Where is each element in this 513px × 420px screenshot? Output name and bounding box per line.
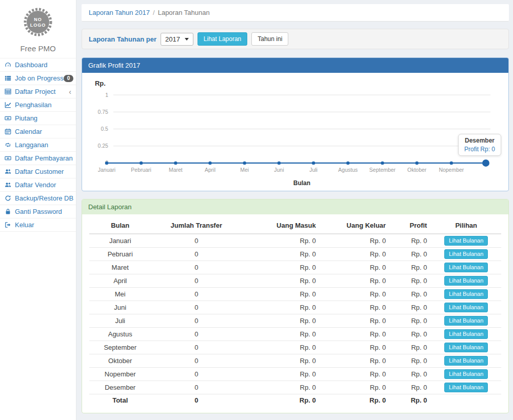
cell-profit: Rp. 0 (390, 368, 431, 381)
lihat-bulanan-button[interactable]: Lihat Bulanan (444, 343, 488, 352)
lihat-bulanan-button[interactable]: Lihat Bulanan (444, 236, 488, 246)
total-label: Total (89, 394, 151, 407)
lihat-bulanan-button[interactable]: Lihat Bulanan (444, 289, 488, 299)
table-row: Desember0Rp. 0Rp. 0Rp. 0Lihat Bulanan (89, 381, 501, 394)
sidebar-item-daftar-project[interactable]: Daftar Project‹ (0, 85, 76, 98)
sidebar-item-backup-restore-db[interactable]: Backup/Restore DB (0, 192, 76, 205)
table-row: Oktober0Rp. 0Rp. 0Rp. 0Lihat Bulanan (89, 354, 501, 368)
year-select-value: 2017 (165, 35, 180, 43)
sidebar-item-piutang[interactable]: Piutang (0, 112, 76, 125)
cell-bulan: Pebruari (89, 248, 151, 261)
sidebar-item-langganan[interactable]: Langganan (0, 138, 76, 152)
cell-pilihan: Lihat Bulanan (431, 274, 501, 288)
cell-jumlah-transfer: 0 (151, 274, 242, 288)
cell-bulan: Mei (89, 288, 151, 301)
cell-bulan: Nopember (89, 368, 151, 381)
cell-profit: Rp. 0 (390, 248, 431, 261)
tahun-ini-button[interactable]: Tahun ini (251, 32, 288, 46)
sidebar-item-penghasilan[interactable]: Penghasilan (0, 98, 76, 112)
cell-uang-masuk: Rp. 0 (242, 274, 320, 288)
cell-pilihan: Lihat Bulanan (431, 354, 501, 368)
cell-profit: Rp. 0 (390, 328, 431, 341)
report-filter-bar: Laporan Tahunan per 2017 Lihat Laporan T… (82, 29, 509, 49)
lihat-bulanan-button[interactable]: Lihat Bulanan (444, 356, 488, 366)
sidebar-item-job-on-progress[interactable]: Job on Progress0 (0, 72, 76, 85)
lihat-bulanan-button[interactable]: Lihat Bulanan (444, 276, 488, 286)
dashboard-icon (5, 62, 12, 69)
column-header-uang-keluar: Uang Keluar (320, 217, 390, 234)
users-icon (5, 182, 12, 189)
table-header-row: BulanJumlah TransferUang MasukUang Kelua… (89, 217, 501, 234)
sidebar-item-dashboard[interactable]: Dashboard (0, 58, 76, 72)
table-row: September0Rp. 0Rp. 0Rp. 0Lihat Bulanan (89, 341, 501, 354)
cell-jumlah-transfer: 0 (151, 368, 242, 381)
cell-jumlah-transfer: 0 (151, 301, 242, 314)
sidebar-item-daftar-customer[interactable]: Daftar Customer (0, 165, 76, 178)
app-root: NO LOGO Free PMO DashboardJob on Progres… (0, 0, 513, 420)
cell-jumlah-transfer: 0 (151, 314, 242, 328)
total-uang-masuk: Rp. 0 (242, 394, 320, 407)
sidebar-item-daftar-vendor[interactable]: Daftar Vendor (0, 178, 76, 192)
total-profit: Rp. 0 (390, 394, 431, 407)
sidebar-item-daftar-pembayaran[interactable]: Daftar Pembayaran (0, 152, 76, 165)
refresh-icon (5, 195, 12, 202)
cell-uang-keluar: Rp. 0 (320, 368, 390, 381)
cell-profit: Rp. 0 (390, 288, 431, 301)
sidebar-item-label: Penghasilan (15, 101, 52, 109)
table-row: Agustus0Rp. 0Rp. 0Rp. 0Lihat Bulanan (89, 328, 501, 341)
year-select[interactable]: 2017 (161, 33, 193, 46)
money-icon (5, 115, 12, 122)
profit-line-chart: Rp.00.250.50.751JanuariPebruariMaretApri… (90, 77, 501, 189)
sidebar-item-ganti-password[interactable]: Ganti Password (0, 205, 76, 218)
main-content: Laporan Tahun 2017/Laporan Tahunan Lapor… (76, 0, 513, 420)
cell-uang-masuk: Rp. 0 (242, 368, 320, 381)
lihat-bulanan-button[interactable]: Lihat Bulanan (444, 303, 488, 312)
lihat-bulanan-button[interactable]: Lihat Bulanan (444, 263, 488, 272)
cell-uang-masuk: Rp. 0 (242, 261, 320, 274)
cell-profit: Rp. 0 (390, 234, 431, 248)
breadcrumb-link-laporan-tahun[interactable]: Laporan Tahun 2017 (89, 9, 150, 16)
svg-text:Bulan: Bulan (293, 179, 310, 187)
chart-tooltip: Desember Profit Rp: 0 (458, 134, 501, 156)
column-header-pilihan: Pilihan (431, 217, 501, 234)
svg-text:Juni: Juni (274, 167, 284, 173)
cell-uang-masuk: Rp. 0 (242, 314, 320, 328)
table-row: Pebruari0Rp. 0Rp. 0Rp. 0Lihat Bulanan (89, 248, 501, 261)
lihat-bulanan-button[interactable]: Lihat Bulanan (444, 329, 488, 339)
tooltip-value: Profit Rp: 0 (464, 146, 495, 153)
cell-bulan: Juni (89, 301, 151, 314)
app-name: Free PMO (0, 44, 76, 53)
sidebar-item-label: Daftar Customer (15, 168, 64, 175)
sidebar-item-calendar[interactable]: Calendar (0, 125, 76, 138)
report-table-wrap: BulanJumlah TransferUang MasukUang Kelua… (82, 214, 508, 413)
total-jumlah-transfer: 0 (151, 394, 242, 407)
cell-bulan: Maret (89, 261, 151, 274)
list-icon (5, 75, 12, 82)
svg-text:1: 1 (105, 92, 108, 98)
cell-jumlah-transfer: 0 (151, 341, 242, 354)
table-row: Juni0Rp. 0Rp. 0Rp. 0Lihat Bulanan (89, 301, 501, 314)
cell-uang-masuk: Rp. 0 (242, 248, 320, 261)
lihat-bulanan-button[interactable]: Lihat Bulanan (444, 383, 488, 392)
cell-uang-masuk: Rp. 0 (242, 288, 320, 301)
cell-profit: Rp. 0 (390, 261, 431, 274)
svg-text:0.25: 0.25 (98, 143, 109, 149)
lihat-bulanan-button[interactable]: Lihat Bulanan (444, 316, 488, 326)
breadcrumb: Laporan Tahun 2017/Laporan Tahunan (82, 4, 509, 22)
cell-uang-keluar: Rp. 0 (320, 354, 390, 368)
report-table-body: Januari0Rp. 0Rp. 0Rp. 0Lihat BulananPebr… (89, 234, 501, 407)
cell-uang-masuk: Rp. 0 (242, 234, 320, 248)
svg-text:Juli: Juli (309, 167, 318, 173)
cell-pilihan: Lihat Bulanan (431, 314, 501, 328)
cell-jumlah-transfer: 0 (151, 328, 242, 341)
column-header-profit: Profit (390, 217, 431, 234)
sidebar-item-label: Piutang (15, 114, 37, 122)
lihat-bulanan-button[interactable]: Lihat Bulanan (444, 369, 488, 379)
cell-uang-masuk: Rp. 0 (242, 354, 320, 368)
sidebar-item-keluar[interactable]: Keluar (0, 218, 76, 232)
cell-bulan: Januari (89, 234, 151, 248)
sidebar-item-label: Backup/Restore DB (15, 194, 73, 202)
cell-profit: Rp. 0 (390, 301, 431, 314)
lihat-laporan-button[interactable]: Lihat Laporan (198, 32, 247, 46)
lihat-bulanan-button[interactable]: Lihat Bulanan (444, 249, 488, 259)
